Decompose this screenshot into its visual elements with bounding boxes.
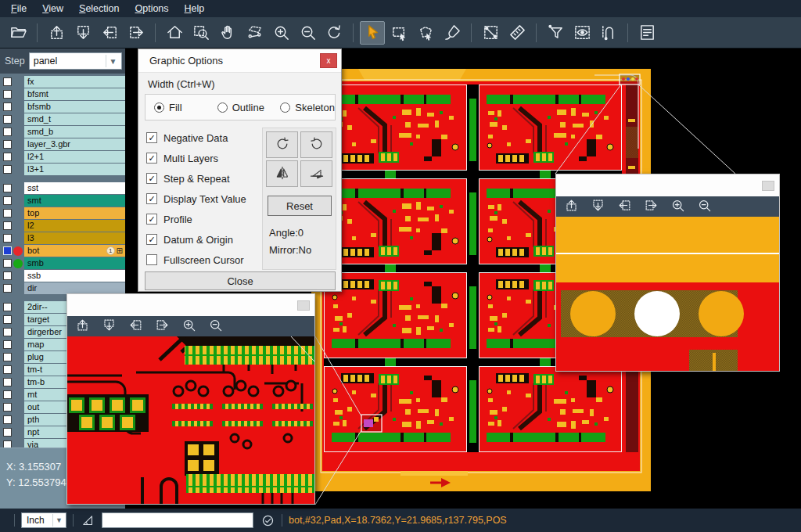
menu-item-selection[interactable]: Selection [73, 0, 128, 17]
report-list-button[interactable] [634, 21, 659, 45]
mirror-horizontal-button[interactable] [266, 160, 298, 187]
layer-row-l2[interactable]: l2 [0, 220, 125, 232]
layer-visibility-checkbox[interactable] [3, 415, 12, 424]
menu-item-help[interactable]: Help [178, 0, 214, 17]
zoom-window-button[interactable] [189, 21, 214, 45]
move-down-button[interactable] [100, 318, 117, 334]
clean-up-button[interactable] [440, 21, 465, 45]
checkbox-profile[interactable]: ✓Profile [146, 209, 246, 229]
dialog-title-bar[interactable]: Graphic Options x [138, 49, 341, 73]
home-view-button[interactable] [162, 21, 187, 45]
layer-visibility-checkbox[interactable] [3, 153, 12, 161]
measure-ruler-button[interactable] [505, 21, 530, 45]
close-icon[interactable]: x [320, 53, 337, 68]
magnifier1-content[interactable] [67, 336, 314, 504]
select-polygon-button[interactable] [413, 21, 438, 45]
layer-row-smd_t[interactable]: smd_t [0, 113, 125, 125]
layer-row-fx[interactable]: fx [0, 76, 125, 88]
menu-item-file[interactable]: File [5, 0, 36, 17]
layer-row-bfsmt[interactable]: bfsmt [0, 88, 125, 100]
select-window-button[interactable] [386, 21, 411, 45]
move-right-button[interactable] [153, 318, 171, 334]
move-right-button[interactable] [124, 21, 149, 45]
window-button[interactable] [297, 300, 310, 311]
move-right-button[interactable] [642, 199, 659, 214]
layer-visibility-checkbox[interactable] [3, 259, 12, 268]
checkbox-step-repeat[interactable]: ✓Step & Repeat [146, 168, 246, 189]
layer-visibility-checkbox[interactable] [3, 315, 12, 324]
zoom-out-button[interactable] [695, 199, 713, 214]
layer-visibility-checkbox[interactable] [3, 378, 12, 386]
layer-visibility-checkbox[interactable] [3, 403, 12, 412]
zoom-in-button[interactable] [268, 21, 293, 45]
magnifier1-title-bar[interactable] [67, 294, 314, 316]
checkbox-box[interactable] [146, 254, 157, 265]
layer-row-bot[interactable]: bot1⊞ [0, 245, 125, 257]
checkbox-box[interactable]: ✓ [146, 153, 157, 164]
move-left-button[interactable] [616, 199, 633, 214]
move-left-button[interactable] [97, 21, 122, 45]
rotate-cw-button[interactable] [266, 131, 298, 158]
layer-visibility-checkbox[interactable] [3, 428, 12, 437]
checkbox-box[interactable]: ✓ [146, 173, 157, 184]
menu-item-view[interactable]: View [36, 0, 73, 17]
move-up-button[interactable] [44, 21, 69, 45]
layer-visibility-checkbox[interactable] [3, 128, 12, 136]
measure-point-button[interactable] [478, 21, 503, 45]
radio-outline[interactable]: Outline [217, 102, 272, 113]
layer-visibility-checkbox[interactable] [3, 115, 12, 124]
mirror-vertical-button[interactable] [300, 160, 332, 187]
layer-visibility-checkbox[interactable] [3, 102, 12, 111]
checkbox-fullscreen-cursor[interactable]: Fullscreen Cursor [146, 250, 246, 270]
radio-fill[interactable]: Fill [154, 102, 209, 113]
layer-visibility-checkbox[interactable] [3, 271, 12, 280]
reset-button[interactable]: Reset [268, 196, 332, 216]
checkbox-box[interactable]: ✓ [146, 132, 157, 143]
magnifier2-content[interactable] [556, 217, 779, 371]
menu-item-options[interactable]: Options [128, 0, 178, 17]
checkbox-negative-data[interactable]: ✓Negative Data [146, 128, 246, 148]
layer-row-l3[interactable]: l3 [0, 232, 125, 244]
layer-visibility-checkbox[interactable] [3, 390, 12, 399]
layer-visibility-checkbox[interactable] [3, 234, 12, 243]
zoom-out-button[interactable] [295, 21, 320, 45]
layer-row-dir[interactable]: dir [0, 282, 125, 294]
move-down-button[interactable] [589, 199, 606, 214]
checkbox-multi-layers[interactable]: ✓Multi Layers [146, 148, 246, 168]
unit-select[interactable]: Inch ▼ [21, 512, 66, 528]
radio-skeleton[interactable]: Skeleton [280, 102, 335, 113]
magnifier2-title-bar[interactable] [556, 174, 779, 196]
layer-visibility-checkbox[interactable] [3, 353, 12, 361]
snap-angle-icon[interactable] [80, 512, 95, 528]
layer-row-layer_3.gbr[interactable]: layer_3.gbr [0, 138, 125, 150]
checkbox-display-text-value[interactable]: ✓Display Text Value [146, 189, 246, 209]
snap-loop-button[interactable] [596, 21, 621, 45]
view-options-button[interactable] [569, 21, 594, 45]
layer-visibility-checkbox[interactable] [3, 303, 12, 311]
layer-visibility-checkbox[interactable] [3, 77, 12, 86]
layer-row-bfsmb[interactable]: bfsmb [0, 101, 125, 113]
zoom-in-button[interactable] [180, 318, 197, 334]
move-up-button[interactable] [562, 199, 580, 214]
move-left-button[interactable] [127, 318, 144, 334]
layer-row-sst[interactable]: sst [0, 182, 125, 194]
pan-hand-button[interactable] [215, 21, 240, 45]
layer-visibility-checkbox[interactable] [3, 440, 12, 448]
layer-row-ssb[interactable]: ssb [0, 270, 125, 282]
window-button[interactable] [762, 181, 774, 191]
sync-check-icon[interactable] [260, 512, 275, 528]
rotate-ccw-button[interactable] [300, 131, 332, 158]
layer-visibility-checkbox[interactable] [3, 284, 12, 293]
open-folder-button[interactable] [5, 21, 31, 45]
checkbox-box[interactable]: ✓ [146, 193, 157, 204]
layer-row-smb[interactable]: smb [0, 257, 125, 269]
zoom-previous-button[interactable] [321, 21, 347, 45]
zoom-in-button[interactable] [669, 199, 686, 214]
zoom-out-button[interactable] [207, 318, 224, 334]
select-pointer-button[interactable] [360, 21, 385, 45]
layer-visibility-checkbox[interactable] [3, 196, 12, 205]
layer-visibility-checkbox[interactable] [3, 221, 12, 230]
layer-row-l2+1[interactable]: l2+1 [0, 151, 125, 163]
checkbox-box[interactable]: ✓ [146, 214, 157, 225]
layer-visibility-checkbox[interactable] [3, 165, 12, 174]
